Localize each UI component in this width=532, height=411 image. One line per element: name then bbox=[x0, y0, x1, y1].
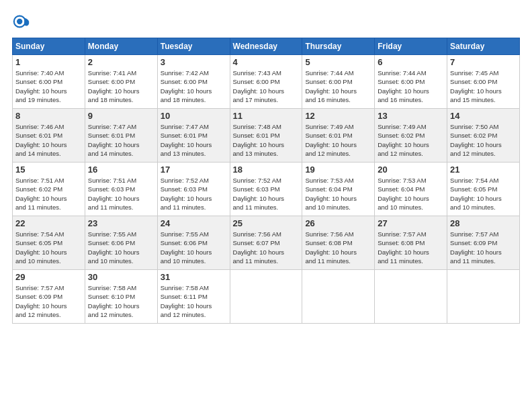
day-info: Sunrise: 7:53 AM Sunset: 6:04 PM Dayligh… bbox=[305, 176, 371, 212]
calendar-cell: 13 Sunrise: 7:49 AM Sunset: 6:02 PM Dayl… bbox=[375, 109, 447, 163]
calendar-cell: 14 Sunrise: 7:50 AM Sunset: 6:02 PM Dayl… bbox=[447, 109, 520, 163]
calendar-cell: 18 Sunrise: 7:52 AM Sunset: 6:03 PM Dayl… bbox=[230, 163, 302, 216]
day-of-week-header: Friday bbox=[375, 38, 447, 55]
day-info: Sunrise: 7:58 AM Sunset: 6:11 PM Dayligh… bbox=[161, 283, 227, 319]
calendar-week-row: 15 Sunrise: 7:51 AM Sunset: 6:02 PM Dayl… bbox=[13, 163, 520, 216]
day-info: Sunrise: 7:57 AM Sunset: 6:09 PM Dayligh… bbox=[450, 230, 517, 265]
calendar-cell: 9 Sunrise: 7:47 AM Sunset: 6:01 PM Dayli… bbox=[85, 109, 157, 163]
day-info: Sunrise: 7:45 AM Sunset: 6:00 PM Dayligh… bbox=[450, 68, 517, 104]
day-info: Sunrise: 7:56 AM Sunset: 6:07 PM Dayligh… bbox=[233, 230, 300, 265]
day-number: 19 bbox=[305, 165, 371, 175]
calendar-header-row: SundayMondayTuesdayWednesdayThursdayFrid… bbox=[13, 38, 520, 55]
calendar-cell bbox=[230, 270, 302, 324]
day-info: Sunrise: 7:55 AM Sunset: 6:06 PM Dayligh… bbox=[161, 230, 227, 265]
calendar-cell: 15 Sunrise: 7:51 AM Sunset: 6:02 PM Dayl… bbox=[13, 163, 85, 216]
day-info: Sunrise: 7:57 AM Sunset: 6:08 PM Dayligh… bbox=[378, 230, 444, 265]
day-info: Sunrise: 7:40 AM Sunset: 6:00 PM Dayligh… bbox=[15, 68, 82, 104]
day-of-week-header: Monday bbox=[85, 38, 157, 55]
day-info: Sunrise: 7:53 AM Sunset: 6:04 PM Dayligh… bbox=[378, 176, 444, 212]
calendar-cell: 1 Sunrise: 7:40 AM Sunset: 6:00 PM Dayli… bbox=[13, 55, 85, 109]
day-number: 25 bbox=[233, 218, 300, 228]
day-info: Sunrise: 7:52 AM Sunset: 6:03 PM Dayligh… bbox=[233, 176, 300, 212]
calendar-cell: 12 Sunrise: 7:49 AM Sunset: 6:01 PM Dayl… bbox=[302, 109, 375, 163]
day-number: 28 bbox=[450, 218, 517, 228]
calendar-cell bbox=[375, 270, 447, 324]
calendar: SundayMondayTuesdayWednesdayThursdayFrid… bbox=[12, 38, 520, 324]
day-number: 22 bbox=[15, 218, 82, 228]
calendar-week-row: 22 Sunrise: 7:54 AM Sunset: 6:05 PM Dayl… bbox=[13, 216, 520, 270]
calendar-cell bbox=[447, 270, 520, 324]
logo bbox=[12, 12, 34, 31]
calendar-cell: 26 Sunrise: 7:56 AM Sunset: 6:08 PM Dayl… bbox=[302, 216, 375, 270]
day-info: Sunrise: 7:57 AM Sunset: 6:09 PM Dayligh… bbox=[15, 283, 82, 319]
day-number: 21 bbox=[450, 165, 517, 175]
calendar-cell: 19 Sunrise: 7:53 AM Sunset: 6:04 PM Dayl… bbox=[302, 163, 375, 216]
day-number: 16 bbox=[88, 165, 154, 175]
calendar-cell: 22 Sunrise: 7:54 AM Sunset: 6:05 PM Dayl… bbox=[13, 216, 85, 270]
day-info: Sunrise: 7:44 AM Sunset: 6:00 PM Dayligh… bbox=[305, 68, 371, 104]
day-number: 27 bbox=[378, 218, 444, 228]
calendar-week-row: 1 Sunrise: 7:40 AM Sunset: 6:00 PM Dayli… bbox=[13, 55, 520, 109]
day-of-week-header: Sunday bbox=[13, 38, 85, 55]
day-number: 8 bbox=[15, 111, 82, 121]
calendar-cell: 27 Sunrise: 7:57 AM Sunset: 6:08 PM Dayl… bbox=[375, 216, 447, 270]
day-number: 3 bbox=[161, 57, 227, 67]
calendar-cell: 11 Sunrise: 7:48 AM Sunset: 6:01 PM Dayl… bbox=[230, 109, 302, 163]
day-number: 30 bbox=[88, 272, 154, 282]
day-number: 17 bbox=[161, 165, 227, 175]
day-info: Sunrise: 7:47 AM Sunset: 6:01 PM Dayligh… bbox=[161, 122, 227, 158]
day-of-week-header: Thursday bbox=[302, 38, 375, 55]
calendar-cell: 31 Sunrise: 7:58 AM Sunset: 6:11 PM Dayl… bbox=[157, 270, 230, 324]
calendar-cell: 17 Sunrise: 7:52 AM Sunset: 6:03 PM Dayl… bbox=[157, 163, 230, 216]
calendar-cell: 7 Sunrise: 7:45 AM Sunset: 6:00 PM Dayli… bbox=[447, 55, 520, 109]
day-info: Sunrise: 7:41 AM Sunset: 6:00 PM Dayligh… bbox=[88, 68, 154, 104]
calendar-cell: 3 Sunrise: 7:42 AM Sunset: 6:00 PM Dayli… bbox=[157, 55, 230, 109]
logo-icon bbox=[12, 12, 31, 31]
calendar-cell: 5 Sunrise: 7:44 AM Sunset: 6:00 PM Dayli… bbox=[302, 55, 375, 109]
day-number: 13 bbox=[378, 111, 444, 121]
day-of-week-header: Tuesday bbox=[157, 38, 230, 55]
calendar-cell: 29 Sunrise: 7:57 AM Sunset: 6:09 PM Dayl… bbox=[13, 270, 85, 324]
calendar-cell: 10 Sunrise: 7:47 AM Sunset: 6:01 PM Dayl… bbox=[157, 109, 230, 163]
day-of-week-header: Saturday bbox=[447, 38, 520, 55]
day-info: Sunrise: 7:54 AM Sunset: 6:05 PM Dayligh… bbox=[15, 230, 82, 265]
day-number: 6 bbox=[378, 57, 444, 67]
day-info: Sunrise: 7:48 AM Sunset: 6:01 PM Dayligh… bbox=[233, 122, 300, 158]
calendar-cell: 28 Sunrise: 7:57 AM Sunset: 6:09 PM Dayl… bbox=[447, 216, 520, 270]
day-of-week-header: Wednesday bbox=[230, 38, 302, 55]
day-number: 2 bbox=[88, 57, 154, 67]
day-number: 23 bbox=[88, 218, 154, 228]
day-info: Sunrise: 7:50 AM Sunset: 6:02 PM Dayligh… bbox=[450, 122, 517, 158]
calendar-cell: 23 Sunrise: 7:55 AM Sunset: 6:06 PM Dayl… bbox=[85, 216, 157, 270]
calendar-cell: 25 Sunrise: 7:56 AM Sunset: 6:07 PM Dayl… bbox=[230, 216, 302, 270]
day-number: 31 bbox=[161, 272, 227, 282]
day-info: Sunrise: 7:43 AM Sunset: 6:00 PM Dayligh… bbox=[233, 68, 300, 104]
calendar-week-row: 29 Sunrise: 7:57 AM Sunset: 6:09 PM Dayl… bbox=[13, 270, 520, 324]
calendar-cell: 2 Sunrise: 7:41 AM Sunset: 6:00 PM Dayli… bbox=[85, 55, 157, 109]
day-number: 24 bbox=[161, 218, 227, 228]
day-info: Sunrise: 7:56 AM Sunset: 6:08 PM Dayligh… bbox=[305, 230, 371, 265]
calendar-cell: 21 Sunrise: 7:54 AM Sunset: 6:05 PM Dayl… bbox=[447, 163, 520, 216]
day-info: Sunrise: 7:54 AM Sunset: 6:05 PM Dayligh… bbox=[450, 176, 517, 212]
day-number: 12 bbox=[305, 111, 371, 121]
day-number: 26 bbox=[305, 218, 371, 228]
day-number: 20 bbox=[378, 165, 444, 175]
header bbox=[12, 12, 520, 31]
day-number: 29 bbox=[15, 272, 82, 282]
day-number: 4 bbox=[233, 57, 300, 67]
day-number: 10 bbox=[161, 111, 227, 121]
day-number: 11 bbox=[233, 111, 300, 121]
calendar-cell bbox=[302, 270, 375, 324]
day-info: Sunrise: 7:49 AM Sunset: 6:01 PM Dayligh… bbox=[305, 122, 371, 158]
day-number: 18 bbox=[233, 165, 300, 175]
svg-point-1 bbox=[17, 19, 22, 24]
day-info: Sunrise: 7:44 AM Sunset: 6:00 PM Dayligh… bbox=[378, 68, 444, 104]
day-info: Sunrise: 7:58 AM Sunset: 6:10 PM Dayligh… bbox=[88, 283, 154, 319]
day-info: Sunrise: 7:51 AM Sunset: 6:03 PM Dayligh… bbox=[88, 176, 154, 212]
page: SundayMondayTuesdayWednesdayThursdayFrid… bbox=[0, 0, 532, 411]
day-info: Sunrise: 7:49 AM Sunset: 6:02 PM Dayligh… bbox=[378, 122, 444, 158]
day-number: 14 bbox=[450, 111, 517, 121]
day-number: 15 bbox=[15, 165, 82, 175]
calendar-cell: 20 Sunrise: 7:53 AM Sunset: 6:04 PM Dayl… bbox=[375, 163, 447, 216]
day-info: Sunrise: 7:51 AM Sunset: 6:02 PM Dayligh… bbox=[15, 176, 82, 212]
